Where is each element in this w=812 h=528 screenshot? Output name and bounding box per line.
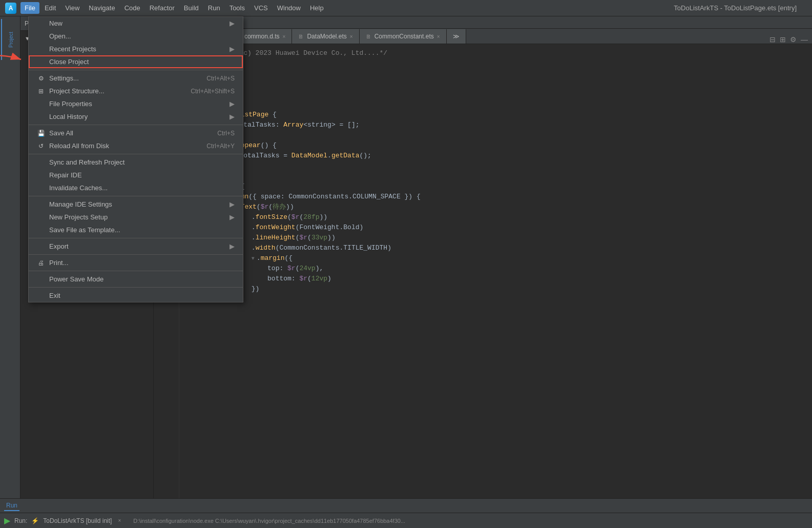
file-menu-dropdown: New ▶ Open... Recent Projects ▶ Close Pr… <box>28 16 243 302</box>
menu-file[interactable]: File <box>20 2 39 14</box>
menu-item-reload[interactable]: ↺ Reload All from Disk Ctrl+Alt+Y <box>29 139 243 152</box>
menu-item-export-label: Export <box>49 242 69 250</box>
menu-item-sync-label: Sync and Refresh Project <box>49 158 124 166</box>
code-line-24 <box>188 130 804 140</box>
breadcrumb-bar: › 📄 ToDoListPage.ets <box>154 16 812 29</box>
tab-label-3: CommonConstant.ets <box>374 33 434 40</box>
export-arrow: ▶ <box>230 242 235 250</box>
settings-shortcut: Ctrl+Alt+S <box>206 75 235 82</box>
menu-item-close-project[interactable]: Close Project <box>29 55 243 68</box>
menu-item-save-template[interactable]: Save File as Template... <box>29 224 243 236</box>
tab-bar: 🗎 ToDoListPage.ets × 🗎 common.d.ts × 🗎 D… <box>154 29 812 44</box>
menu-item-file-properties[interactable]: File Properties ▶ <box>29 97 243 110</box>
code-line-19 <box>188 79 804 89</box>
menu-help[interactable]: Help <box>306 2 328 14</box>
menu-item-power-save[interactable]: Power Save Mode <box>29 273 243 286</box>
tab-datamodel[interactable]: 🗎 DataModel.ets × <box>292 29 359 44</box>
run-console-path: D:\install\configuration\node.exe C:\Use… <box>133 518 405 524</box>
code-line-23: private totalTasks: Array<string> = []; <box>188 120 804 130</box>
split-horizontal-btn[interactable]: ⊟ <box>769 35 776 44</box>
code-line-27: } <box>188 161 804 171</box>
menu-item-repair-label: Repair IDE <box>49 171 82 179</box>
menu-item-save-all-label: Save All <box>49 129 73 137</box>
tab-close-2[interactable]: × <box>350 34 353 39</box>
pin-btn[interactable]: — <box>801 35 808 44</box>
menu-item-new-projects[interactable]: New Projects Setup ▶ <box>29 211 243 224</box>
menu-build[interactable]: Build <box>180 2 203 14</box>
menu-edit[interactable]: Edit <box>40 2 60 14</box>
title-bar: A File Edit View Navigate Code Refactor … <box>0 0 812 16</box>
menu-item-recent-arrow: ▶ <box>230 45 235 53</box>
menu-bar: File Edit View Navigate Code Refactor Bu… <box>20 2 674 14</box>
tab-more[interactable]: ≫ <box>447 29 466 44</box>
menu-item-local-history-label: Local History <box>49 113 88 120</box>
window-title: ToDoListArkTS - ToDoListPage.ets [entry] <box>674 4 807 12</box>
menu-code[interactable]: Code <box>120 2 144 14</box>
menu-item-close-label: Close Project <box>49 58 89 66</box>
code-content[interactable]: /* Copyright (c) 2023 Huawei Device Co.,… <box>179 44 812 498</box>
menu-tools[interactable]: Tools <box>225 2 249 14</box>
split-vertical-btn[interactable]: ⊞ <box>780 35 786 44</box>
menu-item-manage-ide[interactable]: Manage IDE Settings ▶ <box>29 198 243 211</box>
run-close-btn[interactable]: × <box>118 518 121 523</box>
menu-item-exit[interactable]: Exit <box>29 289 243 302</box>
menu-item-power-save-label: Power Save Mode <box>49 275 103 283</box>
separator-5 <box>29 238 243 238</box>
menu-run[interactable]: Run <box>204 2 224 14</box>
menu-item-invalidate[interactable]: Invalidate Caches... <box>29 181 243 194</box>
code-line-21: @Component <box>188 99 804 110</box>
run-tab-run[interactable]: Run <box>4 501 19 511</box>
menu-item-manage-ide-label: Manage IDE Settings <box>49 200 112 208</box>
separator-2 <box>29 125 243 125</box>
menu-item-recent[interactable]: Recent Projects ▶ <box>29 43 243 55</box>
menu-item-open[interactable]: Open... <box>29 30 243 43</box>
menu-item-project-structure[interactable]: ⊞ Project Structure... Ctrl+Alt+Shift+S <box>29 85 243 97</box>
reload-shortcut: Ctrl+Alt+Y <box>206 143 235 150</box>
run-tab-bar: Run <box>0 499 812 513</box>
tab-label-more: ≫ <box>453 33 460 40</box>
local-history-arrow: ▶ <box>230 113 235 120</box>
code-line-35: .width(CommonConstants.TITLE_WIDTH) <box>188 243 804 253</box>
menu-item-new-label: New <box>49 19 63 27</box>
separator-8 <box>29 287 243 288</box>
menu-item-open-label: Open... <box>49 32 71 40</box>
tab-close-1[interactable]: × <box>283 34 286 39</box>
menu-item-new[interactable]: New ▶ <box>29 17 243 30</box>
editor-settings-btn[interactable]: ⚙ <box>790 35 797 44</box>
menu-view[interactable]: View <box>61 2 84 14</box>
run-icon-2: ⚡ <box>31 517 39 524</box>
menu-item-export[interactable]: Export ▶ <box>29 240 243 253</box>
tab-bar-actions: ⊟ ⊞ ⚙ — <box>765 35 812 44</box>
menu-item-save-all[interactable]: 💾 Save All Ctrl+S <box>29 127 243 139</box>
menu-item-local-history[interactable]: Local History ▶ <box>29 110 243 123</box>
save-all-icon: 💾 <box>37 130 45 137</box>
menu-item-exit-label: Exit <box>49 292 60 299</box>
project-structure-shortcut: Ctrl+Alt+Shift+S <box>191 88 235 95</box>
tab-icon-2: 🗎 <box>298 33 304 39</box>
menu-item-reload-label: Reload All from Disk <box>49 142 109 150</box>
settings-icon: ⚙ <box>37 75 45 82</box>
tab-close-3[interactable]: × <box>437 34 440 39</box>
menu-item-recent-label: Recent Projects <box>49 45 96 53</box>
separator-1 <box>29 70 243 70</box>
tab-commonconstant[interactable]: 🗎 CommonConstant.ets × <box>360 29 447 44</box>
menu-item-repair[interactable]: Repair IDE <box>29 169 243 181</box>
menu-vcs[interactable]: VCS <box>250 2 272 14</box>
file-properties-arrow: ▶ <box>230 100 235 108</box>
reload-icon: ↺ <box>37 143 45 150</box>
menu-item-print[interactable]: 🖨 Print... <box>29 256 243 269</box>
menu-item-save-template-label: Save File as Template... <box>49 226 120 234</box>
code-line-16: import ... <box>188 69 804 79</box>
manage-ide-arrow: ▶ <box>230 200 235 208</box>
tab-label-1: common.d.ts <box>244 33 280 40</box>
menu-refactor[interactable]: Refactor <box>145 2 179 14</box>
run-play-icon[interactable]: ▶ <box>4 516 10 525</box>
menu-navigate[interactable]: Navigate <box>85 2 119 14</box>
menu-item-settings[interactable]: ⚙ Settings... Ctrl+Alt+S <box>29 72 243 85</box>
menu-item-sync[interactable]: Sync and Refresh Project <box>29 156 243 169</box>
code-line-22: ▼struct ToDoListPage { <box>188 110 804 120</box>
code-line-20: @Entry <box>188 89 804 99</box>
sidebar-tab-project[interactable]: Project <box>1 19 19 60</box>
code-line-30: ▼Column({ space: CommonConstants.COLUMN_… <box>188 192 804 202</box>
menu-window[interactable]: Window <box>273 2 305 14</box>
